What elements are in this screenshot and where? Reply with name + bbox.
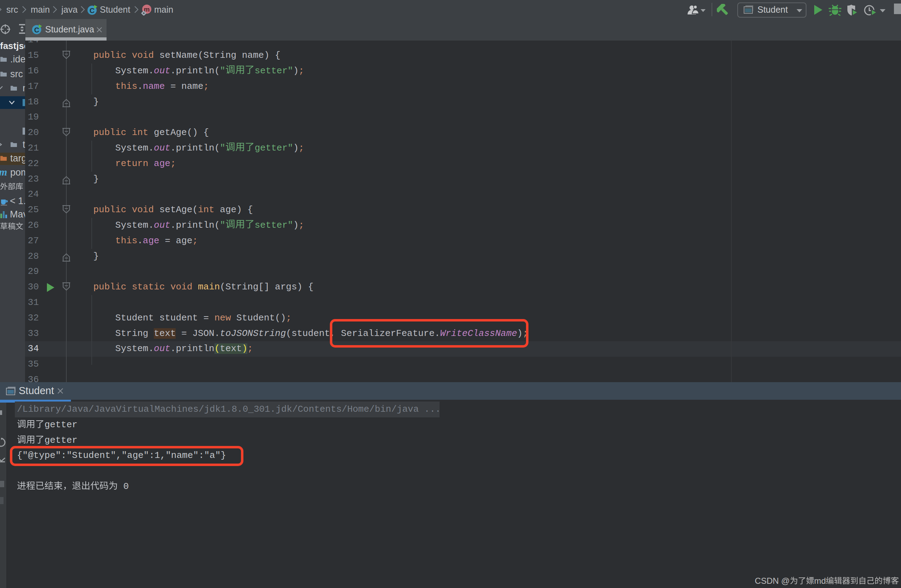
svg-text:C: C — [34, 26, 39, 34]
svg-text:C: C — [90, 7, 95, 14]
